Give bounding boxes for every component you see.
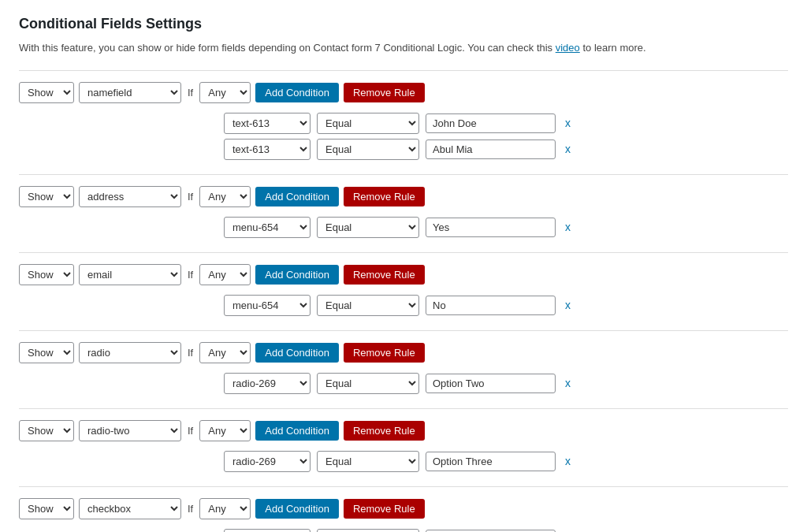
condition-field-select[interactable]: text-613menu-654radio-269checkbox-266 (224, 113, 311, 134)
show-select-6[interactable]: ShowHide (19, 498, 74, 519)
operator-select[interactable]: EqualNot EqualContainsNot Contains (317, 529, 419, 533)
condition-field-select[interactable]: radio-269text-613menu-654checkbox-266 (224, 373, 311, 394)
condition-row: checkbox-266text-613menu-654radio-269Equ… (224, 529, 788, 533)
operator-select[interactable]: EqualNot EqualContainsNot Contains (317, 295, 419, 316)
remove-condition-button[interactable]: x (563, 117, 572, 129)
remove-rule-button-6[interactable]: Remove Rule (344, 499, 425, 519)
add-condition-button-3[interactable]: Add Condition (255, 265, 339, 285)
page-title: Conditional Fields Settings (19, 16, 788, 32)
condition-row: text-613menu-654radio-269checkbox-266Equ… (224, 139, 788, 160)
condition-row: radio-269text-613menu-654checkbox-266Equ… (224, 451, 788, 472)
conditions-container-3: menu-654text-613radio-269checkbox-266Equ… (224, 295, 788, 316)
condition-value-input[interactable] (426, 113, 556, 133)
remove-condition-button[interactable]: x (563, 455, 572, 467)
field-select-1[interactable]: namefieldaddressemailradioradio-twocheck… (79, 82, 181, 103)
remove-rule-button-5[interactable]: Remove Rule (344, 421, 425, 441)
field-select-5[interactable]: radio-twonamefieldaddressemailradiocheck… (79, 420, 181, 441)
conditions-container-1: text-613menu-654radio-269checkbox-266Equ… (224, 113, 788, 160)
condition-field-select[interactable]: checkbox-266text-613menu-654radio-269 (224, 529, 311, 533)
condition-value-input[interactable] (426, 530, 556, 533)
remove-rule-button-4[interactable]: Remove Rule (344, 343, 425, 363)
condition-row: menu-654text-613radio-269checkbox-266Equ… (224, 295, 788, 316)
any-select-5[interactable]: AnyAll (199, 420, 251, 441)
rule-header-4: ShowHideradionamefieldaddressemailradio-… (19, 342, 788, 363)
if-label-4: If (186, 347, 195, 359)
page-description: With this feature, you can show or hide … (19, 40, 788, 56)
remove-rule-button-3[interactable]: Remove Rule (344, 265, 425, 285)
condition-row: radio-269text-613menu-654checkbox-266Equ… (224, 373, 788, 394)
if-label-3: If (186, 269, 195, 281)
condition-value-input[interactable] (426, 140, 556, 159)
any-select-6[interactable]: AnyAll (199, 498, 251, 519)
condition-value-input[interactable] (426, 452, 556, 471)
condition-field-select[interactable]: menu-654text-613radio-269checkbox-266 (224, 295, 311, 316)
field-select-3[interactable]: emailnamefieldaddressradioradio-twocheck… (79, 264, 181, 285)
remove-condition-button[interactable]: x (563, 299, 572, 311)
any-select-3[interactable]: AnyAll (199, 264, 251, 285)
conditions-container-5: radio-269text-613menu-654checkbox-266Equ… (224, 451, 788, 472)
rule-block-3: ShowHideemailnamefieldaddressradioradio-… (19, 252, 788, 330)
rule-block-1: ShowHidenamefieldaddressemailradioradio-… (19, 70, 788, 174)
condition-value-input[interactable] (426, 296, 556, 315)
rule-header-1: ShowHidenamefieldaddressemailradioradio-… (19, 82, 788, 103)
rule-block-5: ShowHideradio-twonamefieldaddressemailra… (19, 408, 788, 486)
condition-row: menu-654text-613radio-269checkbox-266Equ… (224, 217, 788, 238)
if-label-1: If (186, 87, 195, 99)
rule-block-6: ShowHidecheckboxnamefieldaddressemailrad… (19, 486, 788, 533)
add-condition-button-2[interactable]: Add Condition (255, 187, 339, 206)
operator-select[interactable]: EqualNot EqualContainsNot Contains (317, 139, 419, 160)
condition-value-input[interactable] (426, 374, 556, 393)
any-select-2[interactable]: AnyAll (199, 186, 251, 207)
conditions-container-2: menu-654text-613radio-269checkbox-266Equ… (224, 217, 788, 238)
show-select-5[interactable]: ShowHide (19, 420, 74, 441)
add-condition-button-4[interactable]: Add Condition (255, 343, 339, 363)
any-select-4[interactable]: AnyAll (199, 342, 251, 363)
condition-field-select[interactable]: text-613menu-654radio-269checkbox-266 (224, 139, 311, 160)
rule-header-2: ShowHideaddressnamefieldemailradioradio-… (19, 186, 788, 207)
remove-condition-button[interactable]: x (563, 143, 572, 155)
show-select-4[interactable]: ShowHide (19, 342, 74, 363)
operator-select[interactable]: EqualNot EqualContainsNot Contains (317, 373, 419, 394)
condition-field-select[interactable]: menu-654text-613radio-269checkbox-266 (224, 217, 311, 238)
operator-select[interactable]: EqualNot EqualContainsNot Contains (317, 113, 419, 134)
if-label-2: If (186, 191, 195, 203)
condition-field-select[interactable]: radio-269text-613menu-654checkbox-266 (224, 451, 311, 472)
remove-condition-button[interactable]: x (563, 377, 572, 389)
operator-select[interactable]: EqualNot EqualContainsNot Contains (317, 217, 419, 238)
rules-container: ShowHidenamefieldaddressemailradioradio-… (19, 70, 788, 533)
rule-header-6: ShowHidecheckboxnamefieldaddressemailrad… (19, 498, 788, 519)
rule-header-3: ShowHideemailnamefieldaddressradioradio-… (19, 264, 788, 285)
add-condition-button-6[interactable]: Add Condition (255, 499, 339, 519)
rule-block-2: ShowHideaddressnamefieldemailradioradio-… (19, 174, 788, 252)
condition-row: text-613menu-654radio-269checkbox-266Equ… (224, 113, 788, 134)
field-select-6[interactable]: checkboxnamefieldaddressemailradioradio-… (79, 498, 181, 519)
video-link[interactable]: video (556, 42, 580, 54)
if-label-5: If (186, 425, 195, 437)
remove-rule-button-1[interactable]: Remove Rule (344, 83, 425, 102)
field-select-4[interactable]: radionamefieldaddressemailradio-twocheck… (79, 342, 181, 363)
field-select-2[interactable]: addressnamefieldemailradioradio-twocheck… (79, 186, 181, 207)
show-select-2[interactable]: ShowHide (19, 186, 74, 207)
show-select-3[interactable]: ShowHide (19, 264, 74, 285)
rule-block-4: ShowHideradionamefieldaddressemailradio-… (19, 330, 788, 408)
conditions-container-4: radio-269text-613menu-654checkbox-266Equ… (224, 373, 788, 394)
add-condition-button-1[interactable]: Add Condition (255, 83, 339, 102)
remove-condition-button[interactable]: x (563, 221, 572, 233)
if-label-6: If (186, 503, 195, 515)
add-condition-button-5[interactable]: Add Condition (255, 421, 339, 441)
remove-rule-button-2[interactable]: Remove Rule (344, 187, 425, 206)
rule-header-5: ShowHideradio-twonamefieldaddressemailra… (19, 420, 788, 441)
conditions-container-6: checkbox-266text-613menu-654radio-269Equ… (224, 529, 788, 533)
operator-select[interactable]: EqualNot EqualContainsNot Contains (317, 451, 419, 472)
condition-value-input[interactable] (426, 218, 556, 237)
show-select-1[interactable]: ShowHide (19, 82, 74, 103)
any-select-1[interactable]: AnyAll (199, 82, 251, 103)
